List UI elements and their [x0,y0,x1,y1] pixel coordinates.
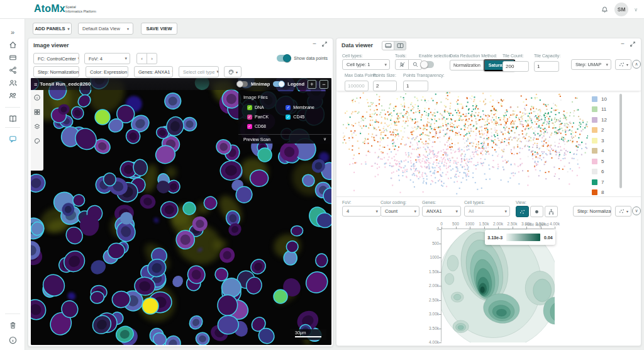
max-data-points-input[interactable] [345,81,369,91]
scatter-view-icon [519,208,526,215]
sidebar-item-documentation[interactable] [8,113,18,123]
sidebar-item-home[interactable] [8,40,18,50]
channel-item[interactable]: ✓PanCK [247,113,280,121]
account-chevron-down-icon[interactable]: ∨ [634,7,638,13]
zoom-in-button[interactable]: + [308,80,316,89]
legend-item[interactable]: 11 [592,104,607,115]
prev-fov-button[interactable]: ‹ [136,53,147,64]
channel-item[interactable]: ✓CD45 [286,113,326,121]
color-select[interactable]: Color: Expression▾ [86,66,128,77]
sidebar-item-trash[interactable] [8,320,18,330]
split-view-toggle-button[interactable] [394,41,406,50]
fov-bottom-select[interactable]: 4▾ [342,206,381,217]
add-panels-button[interactable]: ADD PANELS▾ [33,23,72,35]
legend-item[interactable]: 10 [592,94,607,104]
normalization-option-button[interactable]: Normalization [450,60,484,71]
channel-item[interactable]: ✓DNA [247,103,280,111]
channel-item[interactable]: ✓Membrane [286,103,326,111]
points-size-label: Points Size: [373,73,396,77]
notifications-bell-icon[interactable] [601,6,609,14]
color-coding-select[interactable]: Count▾ [380,206,419,217]
palette-options-button[interactable]: ▾ [224,66,242,77]
legend-scrollbar[interactable] [619,94,622,188]
cell-type-filter-select[interactable]: Cell type: 1▾ [342,59,390,70]
genes-select[interactable]: Genes: ANXA1▾ [134,66,173,77]
legend-item[interactable]: 8 [592,188,607,196]
channel-checkbox[interactable]: ✓ [247,105,252,110]
layers-icon[interactable] [33,123,41,130]
sidebar-item-feedback-chat[interactable] [8,133,18,144]
points-transparency-input[interactable] [403,81,428,91]
legend-item[interactable]: 6 [592,167,607,178]
zoom-out-button[interactable]: − [319,80,328,89]
x-axis-tick [484,227,485,229]
channel-checkbox[interactable]: ✓ [286,105,291,110]
step-select[interactable]: Step: Normalization▾ [33,66,79,77]
legend-item[interactable]: 5 [592,156,607,167]
scatter-view-button[interactable] [516,206,529,217]
cell-type-select[interactable]: Select cell type▾ [179,66,219,77]
expand-panel-icon[interactable] [321,41,328,47]
fc-select[interactable]: FC: ControlCenter▾ [33,53,79,64]
cell-types-label: Cell types: [342,54,363,58]
points-size-input[interactable] [373,81,397,91]
channel-checkbox[interactable]: ✓ [286,115,291,120]
sidebar-item-info[interactable] [8,335,18,345]
palette-icon[interactable] [33,137,41,145]
scatter-points-canvas[interactable] [341,91,588,196]
grid-view-icon[interactable] [33,108,41,116]
data-viewer-panel: Data viewer − Cell types: Cell type: 1▾ [336,38,641,346]
umap-scatter-plot[interactable]: 1011122345678 [336,91,641,196]
step-umap-select[interactable]: Step: UMAP▾ [571,59,611,70]
density-contour-plot[interactable]: 050010001.50k2.00k2.50k3.00k3.50k4.00k05… [441,229,554,342]
channel-checkbox[interactable]: ✓ [247,124,252,129]
legend-item[interactable]: 7 [592,177,607,188]
microscopy-image-canvas[interactable]: ≡ Tonsil Run_eedc8260 Minimap Legend + − [31,78,331,345]
channel-item[interactable]: ✓CD68 [247,122,280,130]
hexbin-view-button[interactable] [530,206,543,217]
info-icon[interactable] [33,94,41,101]
next-fov-button[interactable]: › [147,53,157,64]
contour-band [533,279,552,302]
legend-label: 4 [601,148,604,154]
fov-select[interactable]: FoV: 4▾ [84,53,130,64]
sidebar-expand-icon[interactable]: » [8,27,18,37]
legend-item[interactable]: 3 [592,135,607,146]
sidebar-item-users[interactable] [8,77,18,88]
canvas-top-bar: ≡ Tonsil Run_eedc8260 Minimap Legend + − [31,78,331,90]
minimap-toggle[interactable] [236,81,248,87]
genes-bottom-select[interactable]: ANXA1▾ [422,206,461,217]
cell-types-bottom-select[interactable]: All▾ [464,206,510,217]
step-bottom-select[interactable]: Step: Normalizatio...▾ [573,206,611,217]
deselect-tool-button[interactable] [395,59,409,70]
preview-scan-row[interactable]: Preview Scan ∨ [238,134,331,144]
save-view-button[interactable]: SAVE VIEW [141,23,177,35]
single-view-toggle-button[interactable] [382,41,394,50]
tile-count-input[interactable] [502,61,529,72]
expand-section-button[interactable]: ∨ [632,206,641,215]
sidebar-item-user-groups[interactable] [8,90,18,100]
enable-selection-toggle[interactable] [420,61,434,68]
plot-type-dropdown-button[interactable]: ▾ [615,59,631,70]
sidebar-item-panels[interactable] [8,52,18,62]
minimize-panel-icon[interactable]: − [313,41,316,47]
tile-capacity-input[interactable] [534,61,559,72]
plot-type-dropdown-button[interactable]: ▾ [615,206,631,217]
legend-item[interactable]: 12 [592,115,607,125]
density-view-button[interactable] [545,206,558,217]
legend-swatch [592,148,597,154]
data-view-select[interactable]: Default Data View▾ [78,23,133,35]
user-avatar[interactable]: SM [614,3,628,16]
collapse-controls-button[interactable]: ∧ [632,60,641,69]
pointer-deselect-icon [399,61,406,68]
legend-toggle[interactable] [273,81,284,87]
minimize-panel-icon[interactable]: − [621,41,625,47]
legend-item[interactable]: 2 [592,125,607,136]
channel-checkbox[interactable]: ✓ [247,115,252,120]
image-files-legend: Image Files ✓DNA✓PanCK✓CD68✓Membrane✓CD4… [238,91,331,144]
legend-item[interactable]: 4 [592,146,607,157]
expand-panel-icon[interactable] [630,41,636,47]
show-data-points-toggle[interactable] [277,55,291,62]
canvas-drawer-icon[interactable]: ≡ [34,81,37,88]
sidebar-item-share[interactable] [8,65,18,75]
